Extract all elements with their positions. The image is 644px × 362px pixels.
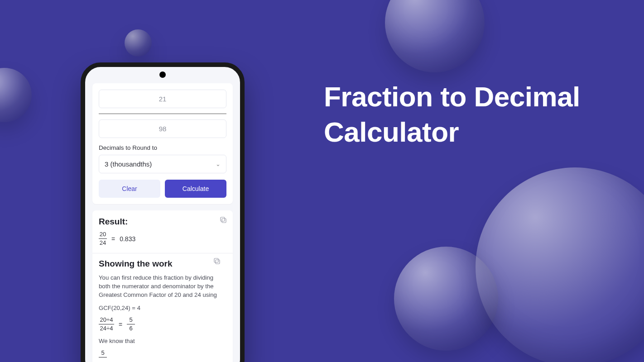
reduce-right-top: 5 [130,317,133,323]
svg-rect-2 [216,260,220,264]
reduce-left-bottom: 24÷4 [100,325,113,332]
denominator-input[interactable] [99,119,226,138]
copy-icon[interactable] [213,257,221,265]
result-frac-bottom: 24 [100,240,106,246]
round-select[interactable]: 3 (thousandths) ⌄ [99,155,226,173]
reduce-right-bottom: 6 [130,325,133,332]
work-gcf-line: GCF(20,24) = 4 [99,304,226,312]
button-row: Clear Calculate [99,180,226,198]
result-frac-top: 20 [100,231,106,238]
svg-rect-1 [221,217,225,221]
result-line: 20 24 = 0.833 [99,231,226,247]
card-divider [92,253,233,253]
trail-top: 5 [101,350,104,356]
title-line-1: Fraction to Decimal [324,81,580,112]
decorative-sphere [125,29,152,57]
reduce-right-fraction: 5 6 [127,317,135,332]
work-know-text: We know that [99,337,226,345]
work-section: Showing the work You can first reduce th… [99,259,226,362]
copy-icon[interactable] [219,216,227,224]
numerator-input[interactable] [99,90,226,108]
page-title: Fraction to Decimal Calculator [324,79,580,149]
decorative-sphere [394,247,498,351]
fraction-divider [99,114,226,114]
phone-screen: Decimals to Round to 3 (thousandths) ⌄ C… [85,67,240,362]
work-heading: Showing the work [99,259,226,269]
work-intro: You can first reduce this fraction by di… [99,273,226,299]
round-label: Decimals to Round to [99,144,226,151]
result-decimal: 0.833 [120,235,135,243]
chevron-down-icon: ⌄ [216,161,221,167]
title-line-2: Calculator [324,116,459,148]
decorative-sphere [385,0,485,72]
reduce-left-top: 20÷4 [100,317,113,323]
equals-sign: = [111,235,115,243]
result-fraction: 20 24 [99,231,107,247]
svg-rect-0 [222,219,226,223]
input-card: Decimals to Round to 3 (thousandths) ⌄ C… [92,83,233,204]
trailing-fraction: 5 [99,350,107,362]
result-heading: Result: [99,217,226,227]
round-select-value: 3 (thousandths) [105,160,152,168]
clear-button[interactable]: Clear [99,180,160,198]
decorative-sphere [0,68,32,122]
svg-rect-3 [214,258,218,262]
calculate-button[interactable]: Calculate [165,180,226,198]
work-trailing-fraction: 5 [99,350,226,362]
reduce-left-fraction: 20÷4 24÷4 [99,317,114,332]
result-card: Result: 20 24 = 0.833 Showing the work Y… [92,210,233,362]
decorative-sphere [476,167,644,362]
phone-mockup: Decimals to Round to 3 (thousandths) ⌄ C… [81,62,245,362]
work-reduce-equation: 20÷4 24÷4 = 5 6 [99,317,226,332]
equals-sign: = [119,321,122,328]
